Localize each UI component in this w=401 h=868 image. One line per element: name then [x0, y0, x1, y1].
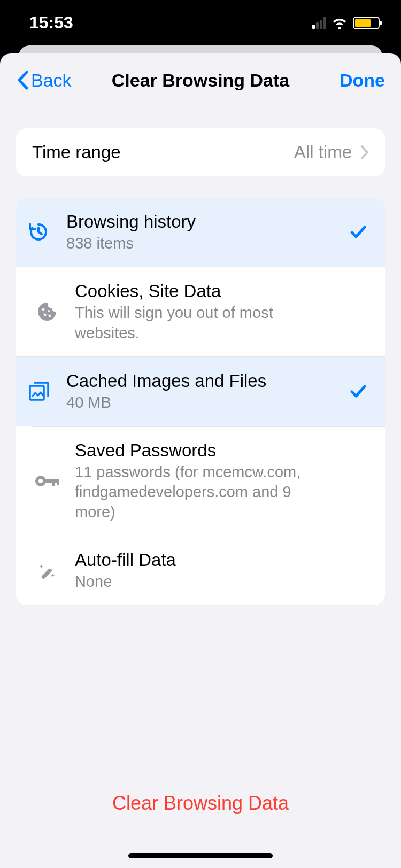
row-subtitle: 838 items	[66, 234, 335, 254]
data-types-section: Browsing history 838 items	[16, 198, 385, 605]
row-saved-passwords[interactable]: Saved Passwords 11 passwords (for mcemcw…	[32, 426, 385, 536]
nav-bar: Back Clear Browsing Data Done	[0, 53, 401, 107]
row-cached-images[interactable]: Cached Images and Files 40 MB	[16, 356, 385, 426]
row-title: Browsing history	[66, 211, 335, 232]
row-browsing-history[interactable]: Browsing history 838 items	[16, 198, 385, 267]
cookie-icon	[32, 297, 62, 327]
time-range-label: Time range	[32, 142, 121, 162]
wifi-icon	[331, 17, 348, 29]
back-label: Back	[31, 70, 72, 91]
time-range-section: Time range All time	[16, 128, 385, 176]
svg-point-6	[38, 479, 43, 483]
wand-icon	[32, 555, 62, 585]
svg-point-2	[49, 315, 51, 317]
checkmark-icon	[348, 381, 369, 402]
row-title: Cached Images and Files	[66, 370, 335, 392]
svg-point-0	[42, 308, 45, 311]
page-title: Clear Browsing Data	[112, 70, 290, 91]
home-indicator[interactable]	[128, 853, 273, 858]
row-subtitle: 11 passwords (for mcemcw.com, findgamede…	[75, 462, 310, 523]
row-title: Saved Passwords	[75, 439, 369, 461]
row-subtitle: This will sign you out of most websites.	[75, 303, 278, 343]
status-icons	[312, 17, 380, 29]
svg-point-1	[44, 314, 47, 316]
time-range-row[interactable]: Time range All time	[16, 128, 385, 176]
done-button[interactable]: Done	[340, 70, 385, 91]
svg-rect-9	[57, 482, 59, 485]
row-title: Cookies, Site Data	[75, 280, 369, 302]
row-subtitle: None	[75, 572, 369, 592]
cellular-icon	[312, 17, 326, 29]
back-button[interactable]: Back	[16, 70, 72, 91]
row-autofill[interactable]: Auto-fill Data None	[32, 536, 385, 605]
svg-point-3	[48, 310, 50, 312]
chevron-right-icon	[360, 145, 369, 160]
svg-rect-10	[41, 568, 52, 580]
checkmark-icon	[348, 221, 369, 243]
status-bar: 15:53	[0, 0, 401, 45]
key-icon	[32, 466, 62, 496]
time-range-value: All time	[294, 142, 369, 162]
clear-browsing-data-button[interactable]: Clear Browsing Data	[0, 792, 401, 815]
status-time: 15:53	[21, 13, 73, 33]
svg-rect-8	[52, 482, 55, 486]
row-cookies[interactable]: Cookies, Site Data This will sign you ou…	[32, 267, 385, 356]
history-icon	[24, 217, 53, 247]
row-title: Auto-fill Data	[75, 549, 369, 571]
battery-icon	[353, 17, 380, 29]
images-icon	[24, 376, 53, 406]
row-subtitle: 40 MB	[66, 393, 335, 413]
modal-sheet: Back Clear Browsing Data Done Time range…	[0, 53, 401, 868]
chevron-left-icon	[16, 70, 29, 90]
